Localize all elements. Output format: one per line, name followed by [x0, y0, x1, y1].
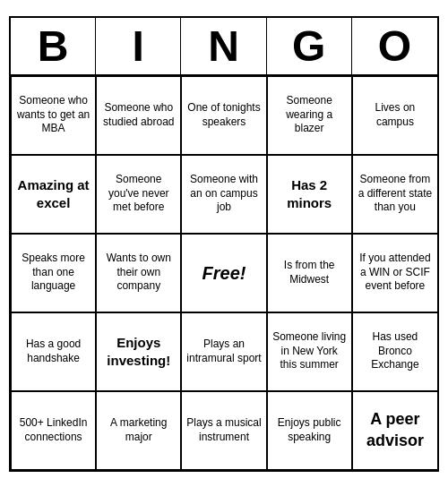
bingo-cell-3[interactable]: Someone wearing a blazer — [267, 76, 352, 155]
bingo-cell-20[interactable]: 500+ LinkedIn connections — [11, 391, 96, 470]
bingo-cell-19[interactable]: Has used Bronco Exchange — [352, 312, 437, 391]
bingo-cell-23[interactable]: Enjoys public speaking — [267, 391, 352, 470]
bingo-cell-12[interactable]: Free! — [181, 234, 266, 312]
bingo-cell-17[interactable]: Plays an intramural sport — [181, 312, 266, 391]
bingo-cell-4[interactable]: Lives on campus — [352, 76, 437, 155]
bingo-card: BINGO Someone who wants to get an MBASom… — [9, 16, 439, 472]
bingo-letter-n: N — [181, 18, 266, 74]
bingo-cell-15[interactable]: Has a good handshake — [11, 312, 96, 391]
bingo-cell-11[interactable]: Wants to own their own company — [96, 234, 181, 312]
bingo-cell-24[interactable]: A peer advisor — [352, 391, 437, 470]
bingo-cell-16[interactable]: Enjoys investing! — [96, 312, 181, 391]
bingo-cell-13[interactable]: Is from the Midwest — [267, 234, 352, 312]
bingo-cell-18[interactable]: Someone living in New York this summer — [267, 312, 352, 391]
bingo-cell-0[interactable]: Someone who wants to get an MBA — [11, 76, 96, 155]
bingo-cell-21[interactable]: A marketing major — [96, 391, 181, 470]
bingo-cell-2[interactable]: One of tonights speakers — [181, 76, 266, 155]
bingo-cell-9[interactable]: Someone from a different state than you — [352, 155, 437, 234]
bingo-cell-5[interactable]: Amazing at excel — [11, 155, 96, 234]
bingo-cell-10[interactable]: Speaks more than one language — [11, 234, 96, 312]
bingo-cell-14[interactable]: If you attended a WIN or SCIF event befo… — [352, 234, 437, 312]
bingo-letter-g: G — [267, 18, 352, 74]
bingo-letter-b: B — [11, 18, 96, 74]
bingo-cell-1[interactable]: Someone who studied abroad — [96, 76, 181, 155]
bingo-grid: Someone who wants to get an MBASomeone w… — [11, 76, 437, 470]
bingo-cell-6[interactable]: Someone you've never met before — [96, 155, 181, 234]
bingo-cell-7[interactable]: Someone with an on campus job — [181, 155, 266, 234]
bingo-header: BINGO — [11, 18, 437, 76]
bingo-cell-22[interactable]: Plays a musical instrument — [181, 391, 266, 470]
bingo-letter-o: O — [352, 18, 437, 74]
bingo-cell-8[interactable]: Has 2 minors — [267, 155, 352, 234]
bingo-letter-i: I — [96, 18, 181, 74]
